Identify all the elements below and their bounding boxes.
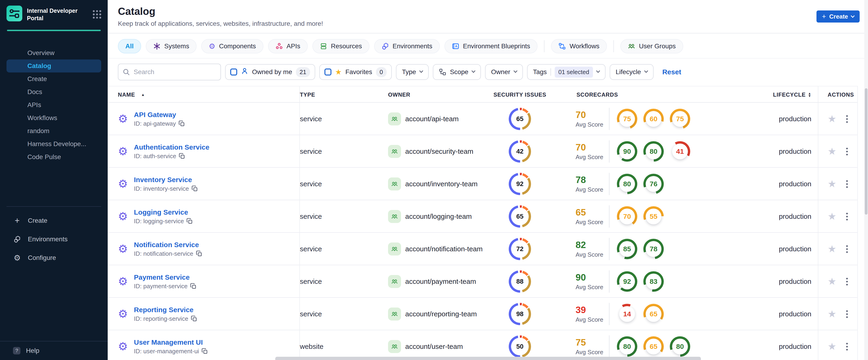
horizontal-scrollbar[interactable] [275, 357, 701, 360]
sidebar-item-catalog[interactable]: Catalog [6, 59, 101, 72]
search-input[interactable] [118, 64, 221, 80]
column-header-type: TYPE [300, 91, 388, 98]
scorecard-badge[interactable]: 80 [617, 336, 637, 357]
column-header-owner: OWNER [388, 91, 492, 98]
chevron-down-icon [514, 69, 517, 73]
kebab-menu-icon[interactable] [845, 211, 849, 222]
app-grid-icon[interactable] [93, 10, 101, 19]
sidebar-item-help[interactable]: ? Help [0, 341, 108, 360]
plus-icon: + [822, 12, 826, 21]
create-button[interactable]: + Create [816, 10, 860, 23]
entity-name-link[interactable]: User Management UI [134, 338, 208, 346]
copy-icon[interactable] [192, 186, 198, 191]
entity-name-link[interactable]: Logging Service [134, 208, 193, 216]
sidebar-item-random[interactable]: random [6, 124, 101, 138]
sidebar-item-overview[interactable]: Overview [6, 47, 101, 59]
filter-dropdown-owner[interactable]: Owner [485, 64, 523, 80]
scorecard-badge[interactable]: 55 [643, 206, 664, 227]
scorecard-badge[interactable]: 76 [643, 174, 664, 194]
copy-icon[interactable] [179, 121, 185, 127]
tab-environment-blueprints[interactable]: AEnvironment Blueprints [444, 39, 537, 53]
copy-icon[interactable] [191, 316, 197, 322]
scorecard-badge[interactable]: 90 [617, 141, 637, 162]
sidebar-footer-create[interactable]: +Create [6, 212, 101, 229]
copy-icon[interactable] [190, 283, 196, 289]
kebab-menu-icon[interactable] [845, 244, 849, 254]
sidebar-item-create[interactable]: Create [6, 72, 101, 86]
filter-dropdown-tags[interactable]: Tags01 selected [527, 64, 606, 80]
entity-name-link[interactable]: Payment Service [134, 273, 196, 281]
entity-name-link[interactable]: Reporting Service [134, 306, 197, 314]
entity-name-link[interactable]: Authentication Service [134, 143, 209, 151]
sidebar-item-docs[interactable]: Docs [6, 86, 101, 98]
sidebar-footer-configure[interactable]: ⚙Configure [6, 249, 101, 266]
scorecard-badge[interactable]: 80 [670, 336, 690, 357]
entity-name-link[interactable]: Inventory Service [134, 176, 198, 184]
entity-name-link[interactable]: API Gateway [134, 111, 185, 119]
scorecard-badge[interactable]: 41 [670, 141, 690, 162]
copy-icon[interactable] [179, 153, 185, 159]
tab-label: Components [219, 42, 256, 50]
column-header-lifecycle[interactable]: LIFECYCLE▲▼ [771, 91, 818, 98]
vertical-scrollbar[interactable] [865, 88, 868, 215]
kebab-menu-icon[interactable] [845, 276, 849, 287]
favorites-checkbox[interactable] [324, 68, 332, 76]
tab-environments[interactable]: Environments [374, 39, 440, 53]
scorecard-badge[interactable]: 80 [643, 141, 664, 162]
kebab-menu-icon[interactable] [845, 309, 849, 319]
favorite-star-icon[interactable]: ★ [828, 114, 836, 124]
tab-all[interactable]: All [118, 39, 141, 53]
scorecard-badge[interactable]: 60 [643, 109, 664, 129]
scorecard-badge[interactable]: 75 [617, 109, 637, 129]
copy-icon[interactable] [202, 348, 208, 354]
copy-icon[interactable] [196, 250, 202, 257]
tab-user-groups[interactable]: User Groups [620, 39, 683, 53]
help-label: Help [26, 347, 39, 354]
favorite-star-icon[interactable]: ★ [828, 342, 836, 352]
tab-systems[interactable]: Systems [146, 39, 196, 53]
favorite-star-icon[interactable]: ★ [828, 212, 836, 221]
tab-components[interactable]: ⚙Components [201, 39, 263, 53]
favorite-star-icon[interactable]: ★ [828, 309, 836, 319]
sidebar-item-workflows[interactable]: Workflows [6, 112, 101, 124]
filter-dropdown-type[interactable]: Type [396, 64, 429, 80]
kebab-menu-icon[interactable] [845, 146, 849, 157]
favorite-star-icon[interactable]: ★ [828, 147, 836, 156]
scorecard-badge[interactable]: 80 [617, 174, 637, 194]
scorecard-badge[interactable]: 75 [670, 109, 690, 129]
tab-resources[interactable]: Resources [312, 39, 370, 53]
sidebar-item-code-pulse[interactable]: Code Pulse [6, 150, 101, 163]
favorite-star-icon[interactable]: ★ [828, 244, 836, 254]
scorecard-badge[interactable]: 85 [617, 239, 637, 259]
filter-dropdown-scope[interactable]: Scope [433, 64, 481, 80]
scorecard-badge[interactable]: 78 [643, 239, 664, 259]
dropdown-label: Scope [450, 68, 468, 76]
entity-name-link[interactable]: Notification Service [134, 241, 202, 249]
scorecard-badge[interactable]: 14 [617, 304, 637, 324]
copy-icon[interactable] [187, 218, 193, 224]
sidebar: Internal Developer Portal OverviewCatalo… [0, 0, 108, 360]
kebab-menu-icon[interactable] [845, 179, 849, 189]
scorecard-badge[interactable]: 92 [617, 271, 637, 292]
tab-workflows[interactable]: Workflows [551, 39, 607, 53]
kebab-menu-icon[interactable] [845, 114, 849, 124]
favorite-star-icon[interactable]: ★ [828, 277, 836, 287]
sidebar-item-harness-develope-[interactable]: Harness Develope... [6, 138, 101, 150]
avg-score-label: Avg Score [576, 218, 603, 226]
column-header-name[interactable]: NAME▲ [108, 86, 300, 103]
sidebar-footer-environments[interactable]: Environments [6, 231, 101, 248]
sidebar-item-apis[interactable]: APIs [6, 98, 101, 112]
favorites-filter[interactable]: ★ Favorites 0 [319, 64, 392, 80]
scorecard-badge[interactable]: 70 [617, 206, 637, 227]
table-row: ⚙ Logging Service ID: logging-service se… [108, 200, 857, 233]
owned-by-me-checkbox[interactable] [230, 68, 237, 76]
owned-by-me-filter[interactable]: Owned by me 21 [225, 64, 315, 80]
kebab-menu-icon[interactable] [845, 341, 849, 352]
scorecard-badge[interactable]: 65 [643, 336, 664, 357]
favorite-star-icon[interactable]: ★ [828, 179, 836, 189]
scorecard-badge[interactable]: 83 [643, 271, 664, 292]
reset-filters-link[interactable]: Reset [662, 68, 681, 76]
tab-apis[interactable]: APIs [268, 39, 308, 53]
scorecard-badge[interactable]: 65 [643, 304, 664, 324]
filter-dropdown-lifecycle[interactable]: Lifecycle [610, 64, 654, 80]
